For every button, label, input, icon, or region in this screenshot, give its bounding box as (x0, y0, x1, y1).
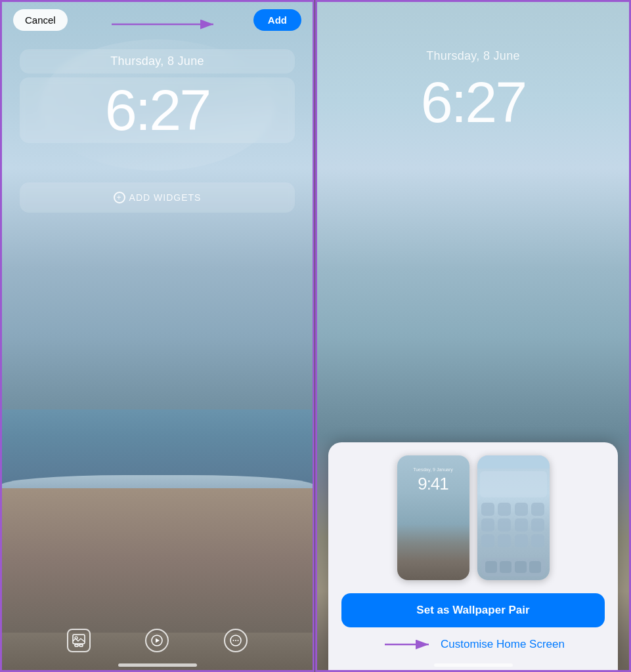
mini-widgets-area (480, 471, 547, 497)
mini-app-grid (477, 500, 550, 550)
customise-home-screen-button[interactable]: Customise Home Screen (441, 638, 565, 651)
mini-dock-icon (500, 561, 511, 573)
svg-point-10 (235, 640, 236, 641)
more-button[interactable] (224, 629, 248, 652)
home-screen-phone-preview (477, 455, 550, 580)
mini-dock-icon (529, 561, 541, 573)
mini-app-icon (498, 518, 511, 532)
mini-app-icon (531, 503, 544, 516)
phone-pair-preview: Tuesday, 9 January 9:41 (341, 455, 605, 580)
mini-home-content (477, 469, 550, 580)
arrow-annotation-customise (381, 637, 434, 652)
mini-app-icon (498, 534, 511, 547)
add-widgets-label: + ADD WIDGETS (30, 192, 284, 203)
right-lock-time: 6:27 (315, 69, 631, 136)
wallpaper-options-sheet: Tuesday, 9 January 9:41 (328, 442, 618, 672)
mini-lock-time: 9:41 (397, 474, 469, 494)
mini-status-bar (477, 455, 550, 469)
left-bottom-toolbar (0, 629, 315, 652)
mini-app-icon (481, 503, 494, 516)
mini-app-icon (531, 518, 544, 532)
customise-row: Customise Home Screen (341, 637, 605, 652)
mini-app-icon (515, 503, 528, 516)
plus-circle-icon: + (114, 192, 125, 203)
add-button[interactable]: Add (253, 9, 301, 31)
lock-screen-time: 6:27 (20, 77, 295, 143)
mini-app-icon (515, 518, 528, 532)
left-home-indicator (118, 663, 197, 667)
set-wallpaper-pair-button[interactable]: Set as Wallpaper Pair (341, 593, 605, 627)
svg-point-9 (233, 640, 234, 641)
right-lock-date: Thursday, 8 June (315, 49, 631, 63)
mini-lock-date: Tuesday, 9 January (397, 467, 469, 472)
svg-rect-4 (79, 644, 83, 646)
mini-app-icon (515, 534, 528, 547)
mini-app-icon (498, 503, 511, 516)
gallery-button[interactable] (67, 629, 91, 652)
lock-screen-phone-preview: Tuesday, 9 January 9:41 (397, 455, 469, 580)
lock-screen-date: Thursday, 8 June (20, 49, 295, 74)
svg-marker-7 (156, 639, 160, 643)
add-widgets-area[interactable]: + ADD WIDGETS (20, 182, 295, 213)
mini-app-icon (531, 534, 544, 547)
play-button[interactable] (145, 629, 169, 652)
mini-app-icon (481, 518, 494, 532)
mini-dock-icon (485, 561, 497, 573)
svg-point-11 (238, 640, 239, 641)
right-home-indicator (434, 663, 513, 667)
arrow-annotation-add (105, 14, 223, 37)
mini-dock-icon (515, 561, 527, 573)
svg-rect-3 (75, 644, 78, 646)
left-panel: Cancel Add Thursday, 8 June 6:27 + ADD W… (0, 0, 315, 672)
sand (0, 488, 315, 633)
mini-app-icon (481, 534, 494, 547)
right-panel: Thursday, 8 June 6:27 Tuesday, 9 January… (315, 0, 631, 672)
cancel-button[interactable]: Cancel (13, 9, 68, 31)
mini-dock (481, 558, 546, 576)
